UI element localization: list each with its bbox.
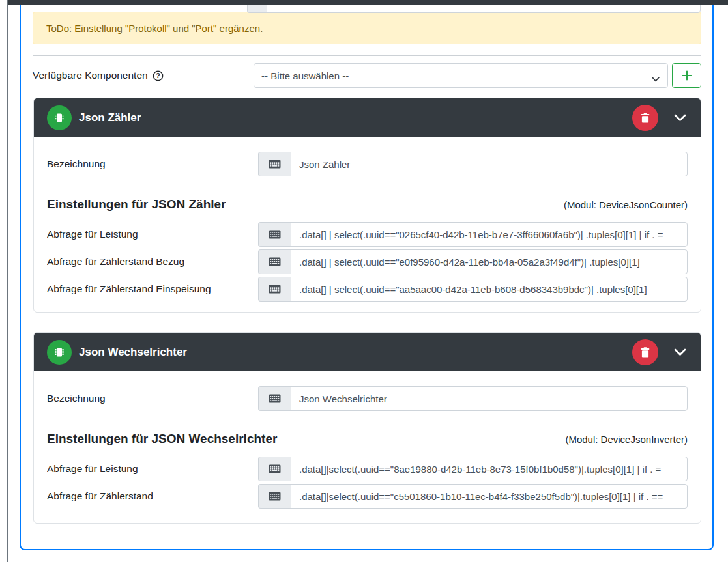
component-card-header: Json Wechselrichter bbox=[34, 333, 701, 371]
bezeichnung-row: Bezeichnung bbox=[47, 152, 688, 176]
keyboard-icon bbox=[258, 457, 291, 481]
bezeichnung-label: Bezeichnung bbox=[47, 158, 258, 170]
component-select-wrap: -- Bitte auswählen -- bbox=[254, 63, 668, 88]
chevron-down-icon[interactable] bbox=[674, 114, 686, 122]
query-input[interactable] bbox=[291, 249, 688, 274]
query-label: Abfrage für Zählerstand bbox=[47, 490, 258, 502]
plus-icon bbox=[682, 70, 692, 81]
top-dark-bar bbox=[8, 0, 728, 5]
keyboard-icon bbox=[258, 277, 291, 302]
query-row: Abfrage für Zählerstand Bezug bbox=[47, 249, 688, 274]
query-input[interactable] bbox=[291, 277, 688, 302]
question-circle-icon[interactable]: ? bbox=[153, 70, 164, 81]
keyboard-icon bbox=[258, 484, 291, 509]
query-input[interactable] bbox=[291, 222, 688, 247]
component-select[interactable]: -- Bitte auswählen -- bbox=[254, 63, 668, 88]
settings-heading: Einstellungen für JSON Wechselrichter bbox=[47, 432, 277, 446]
bezeichnung-row: Bezeichnung bbox=[47, 386, 688, 411]
module-note: (Modul: DeviceJsonInverter) bbox=[565, 432, 688, 445]
settings-heading-row: Einstellungen für JSON Wechselrichter (M… bbox=[47, 432, 688, 446]
keyboard-icon bbox=[258, 222, 291, 247]
keyboard-icon bbox=[258, 152, 291, 176]
query-row: Abfrage für Leistung bbox=[47, 457, 688, 481]
component-title: Json Wechselrichter bbox=[79, 346, 187, 359]
bezeichnung-label: Bezeichnung bbox=[47, 393, 258, 404]
query-input[interactable] bbox=[291, 484, 688, 509]
module-note: (Modul: DeviceJsonCounter) bbox=[564, 197, 688, 210]
component-title: Json Zähler bbox=[79, 111, 141, 124]
add-component-button[interactable] bbox=[672, 63, 701, 88]
query-label: Abfrage für Zählerstand Einspeisung bbox=[47, 283, 258, 295]
trash-icon bbox=[641, 347, 650, 358]
chevron-down-icon[interactable] bbox=[674, 348, 686, 356]
component-avatar bbox=[47, 105, 72, 130]
component-card-json-wechselrichter: Json Wechselrichter Bezeichnung bbox=[33, 332, 701, 524]
outer-card-left-border bbox=[7, 0, 8, 562]
query-label: Abfrage für Leistung bbox=[47, 463, 258, 475]
todo-alert-text: ToDo: Einstellung "Protokoll" und "Port"… bbox=[46, 23, 263, 34]
component-card-json-zaehler: Json Zähler Bezeichnung bbox=[33, 98, 701, 313]
available-components-row: Verfügbare Komponenten ? -- Bitte auswäh… bbox=[33, 63, 701, 88]
query-input[interactable] bbox=[291, 457, 688, 481]
query-row: Abfrage für Zählerstand bbox=[47, 484, 688, 509]
component-card-body: Bezeichnung bbox=[34, 137, 701, 312]
todo-alert: ToDo: Einstellung "Protokoll" und "Port"… bbox=[33, 12, 701, 44]
query-row: Abfrage für Leistung bbox=[47, 222, 688, 247]
query-label: Abfrage für Zählerstand Bezug bbox=[47, 256, 258, 268]
keyboard-icon bbox=[258, 249, 291, 274]
microchip-icon bbox=[53, 111, 66, 124]
query-label: Abfrage für Leistung bbox=[47, 229, 258, 240]
settings-heading-row: Einstellungen für JSON Zähler (Modul: De… bbox=[47, 197, 688, 212]
trash-icon bbox=[641, 113, 650, 123]
component-card-body: Bezeichnung Einstellungen für JSON Wechs… bbox=[34, 371, 701, 523]
bezeichnung-input[interactable] bbox=[291, 386, 688, 411]
settings-heading: Einstellungen für JSON Zähler bbox=[47, 197, 226, 212]
divider bbox=[33, 55, 701, 56]
keyboard-icon bbox=[258, 386, 291, 411]
available-components-label: Verfügbare Komponenten bbox=[33, 70, 148, 81]
bezeichnung-input[interactable] bbox=[291, 152, 688, 176]
delete-component-button[interactable] bbox=[632, 105, 658, 131]
component-avatar bbox=[47, 340, 72, 365]
microchip-icon bbox=[53, 346, 66, 359]
query-row: Abfrage für Zählerstand Einspeisung bbox=[47, 277, 688, 302]
component-card-header: Json Zähler bbox=[34, 98, 701, 137]
svg-text:?: ? bbox=[156, 72, 160, 79]
delete-component-button[interactable] bbox=[632, 339, 658, 365]
